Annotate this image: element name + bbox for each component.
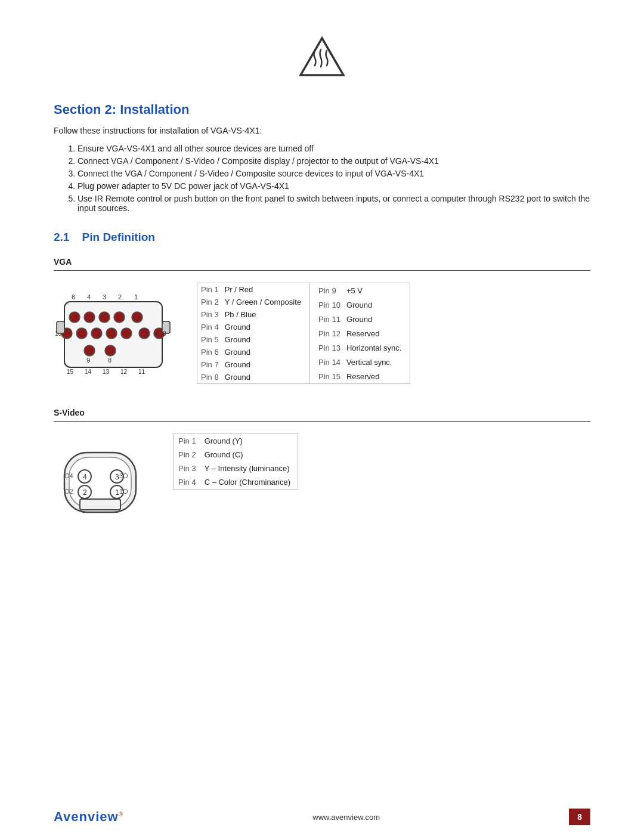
vga-pin-7-label: Pin 7 (197, 358, 222, 371)
svideo-pin-3-label: Pin 3 (174, 462, 201, 475)
svg-text:1: 1 (115, 488, 119, 497)
svg-text:3O: 3O (119, 472, 128, 479)
vga-pin-6-label: Pin 6 (197, 346, 222, 358)
vga-pin-12-desc: Reserved (344, 326, 410, 340)
vga-pin-3-desc: Pb / Blue (222, 308, 309, 321)
vga-pin-2-label: Pin 2 (197, 296, 222, 308)
svg-text:8: 8 (163, 330, 166, 337)
footer-url: www.avenview.com (312, 813, 380, 822)
vga-pin-4-label: Pin 4 (197, 321, 222, 333)
footer-page-number: 8 (569, 809, 590, 825)
vga-pin-row-9: Pin 9 +5 V (310, 283, 410, 298)
svideo-pin-table-wrap: Pin 1 Ground (Y) Pin 2 Ground (C) Pin 3 … (173, 433, 298, 490)
install-step-2: Connect VGA / Component / S-Video / Comp… (78, 156, 590, 166)
svg-point-17 (139, 328, 150, 339)
vga-pin-tables: Pin 1 Pr / Red Pin 2 Y / Green / Composi… (197, 283, 410, 384)
svg-text:3: 3 (103, 293, 106, 301)
vga-pin-6-desc: Ground (222, 346, 309, 358)
vga-pin-2-desc: Y / Green / Composite (222, 296, 309, 308)
vga-pin-row-11: Pin 11 Ground (310, 312, 410, 326)
svideo-pin-row-1: Pin 1 Ground (Y) (174, 434, 298, 448)
vga-divider (54, 270, 590, 271)
vga-pin-11-desc: Ground (344, 312, 410, 326)
vga-pin-row-5: Pin 5 Ground (197, 333, 309, 346)
svg-text:4: 4 (87, 293, 91, 301)
vga-pin-9-label: Pin 9 (310, 283, 344, 298)
page: Section 2: Installation Follow these ins… (0, 0, 644, 833)
svg-text:4: 4 (83, 473, 87, 481)
svg-point-14 (91, 328, 102, 339)
vga-pin-row-14: Pin 14 Vertical sync. (310, 355, 410, 369)
vga-pin-10-label: Pin 10 (310, 298, 344, 312)
svideo-pin-3-desc: Y – Intensity (luminance) (201, 462, 298, 475)
svg-point-16 (121, 328, 132, 339)
svg-text:O2: O2 (64, 488, 73, 495)
svideo-pin-4-label: Pin 4 (174, 475, 201, 490)
svideo-pin-4-desc: C – Color (Chrominance) (201, 475, 298, 490)
install-step-5: Use IR Remote control or push button on … (78, 194, 590, 213)
vga-pin-14-desc: Vertical sync. (344, 355, 410, 369)
vga-pin-10-desc: Ground (344, 298, 410, 312)
svg-point-19 (84, 345, 95, 356)
vga-pin-11-label: Pin 11 (310, 312, 344, 326)
svideo-connector-row: 4 3 2 1 O4 3O O2 1O (54, 433, 590, 531)
install-list: Ensure VGA-VS-4X1 and all other source d… (78, 144, 590, 213)
heat-warning-icon (54, 36, 590, 84)
vga-pin-1-desc: Pr / Red (222, 283, 309, 296)
vga-diagram: 6 4 3 2 1 (54, 289, 173, 383)
svg-text:14: 14 (85, 368, 92, 375)
vga-section: VGA 6 4 3 2 1 (54, 257, 590, 384)
svg-text:12: 12 (120, 368, 128, 375)
vga-pin-row-3: Pin 3 Pb / Blue (197, 308, 309, 321)
svg-text:2: 2 (83, 488, 87, 497)
vga-pin-5-label: Pin 5 (197, 333, 222, 346)
svg-text:8: 8 (108, 357, 112, 364)
subsection-title: 2.1 Pin Definition (54, 231, 155, 243)
vga-pin-row-4: Pin 4 Ground (197, 321, 309, 333)
svg-marker-0 (301, 38, 343, 75)
vga-pin-9-desc: +5 V (344, 283, 410, 298)
footer-logo: Avenview® (54, 809, 123, 825)
svg-text:6: 6 (72, 293, 75, 301)
vga-right-pins: Pin 9 +5 V Pin 10 Ground Pin 11 Ground (310, 283, 410, 383)
svg-text:15: 15 (67, 368, 74, 375)
vga-pin-4-desc: Ground (222, 321, 309, 333)
svg-text:1: 1 (134, 293, 138, 301)
svideo-pin-row-3: Pin 3 Y – Intensity (luminance) (174, 462, 298, 475)
subsection-label: Pin Definition (82, 231, 155, 243)
svg-point-11 (132, 312, 143, 323)
svideo-pin-row-4: Pin 4 C – Color (Chrominance) (174, 475, 298, 490)
vga-pin-1-label: Pin 1 (197, 283, 222, 296)
vga-label: VGA (54, 257, 590, 267)
svideo-label: S-Video (54, 408, 590, 417)
vga-connector-row: 6 4 3 2 1 (54, 283, 590, 384)
install-step-1: Ensure VGA-VS-4X1 and all other source d… (78, 144, 590, 153)
svg-point-10 (114, 312, 125, 323)
svideo-pin-table: Pin 1 Ground (Y) Pin 2 Ground (C) Pin 3 … (173, 433, 298, 490)
svg-text:9: 9 (86, 357, 90, 364)
svg-point-15 (106, 328, 117, 339)
vga-pin-row-7: Pin 7 Ground (197, 358, 309, 371)
svg-rect-30 (57, 321, 64, 333)
svideo-diagram: 4 3 2 1 O4 3O O2 1O (54, 439, 149, 531)
vga-pin-8-desc: Ground (222, 371, 309, 383)
svideo-pin-row-2: Pin 2 Ground (C) (174, 448, 298, 462)
vga-pin-row-2: Pin 2 Y / Green / Composite (197, 296, 309, 308)
svideo-divider (54, 421, 590, 422)
install-step-4: Plug power adapter to 5V DC power jack o… (78, 181, 590, 191)
vga-pin-row-8: Pin 8 Ground (197, 371, 309, 383)
svideo-section: S-Video 4 3 (54, 408, 590, 531)
svg-text:11: 11 (138, 368, 145, 375)
vga-pin-row-10: Pin 10 Ground (310, 298, 410, 312)
subsection-number: 2.1 (54, 231, 69, 243)
svg-text:7: 7 (155, 330, 159, 337)
svideo-pin-2-label: Pin 2 (174, 448, 201, 462)
vga-left-pins: Pin 1 Pr / Red Pin 2 Y / Green / Composi… (197, 283, 309, 383)
svg-point-13 (76, 328, 87, 339)
vga-pin-7-desc: Ground (222, 358, 309, 371)
vga-pin-13-desc: Horizontal sync. (344, 340, 410, 355)
vga-pin-8-label: Pin 8 (197, 371, 222, 383)
svg-text:2: 2 (118, 293, 122, 301)
svg-point-20 (105, 345, 116, 356)
vga-pin-row-15: Pin 15 Reserved (310, 369, 410, 383)
